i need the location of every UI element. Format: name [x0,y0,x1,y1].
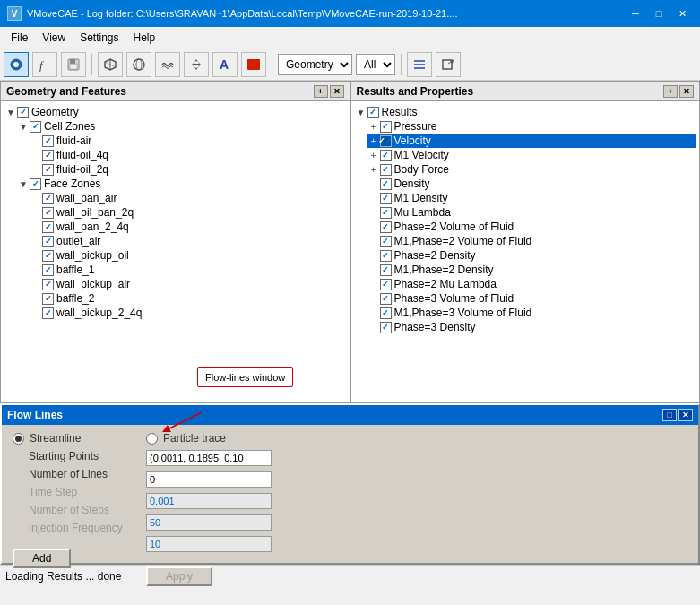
checkbox-phase3-vof[interactable] [380,293,392,305]
menu-help[interactable]: Help [126,30,163,46]
maximize-button[interactable]: □ [648,4,670,23]
tree-item-wall-pan-2-4q[interactable]: wall_pan_2_4q [30,220,346,234]
checkbox-results[interactable] [367,107,379,118]
all-dropdown[interactable]: All [356,54,395,75]
checkbox-wall-pickup-2-4q[interactable] [42,307,54,319]
tree-item-fluid-air[interactable]: fluid-air [30,134,346,148]
checkbox-phase3-density[interactable] [380,322,392,333]
checkbox-m1-phase2-vof[interactable] [380,236,392,247]
right-panel-expand[interactable]: + [663,85,678,98]
tree-item-pressure[interactable]: + Pressure [367,119,696,134]
checkbox-wall-oil-pan-2q[interactable] [42,207,54,219]
expander-results[interactable]: ▼ [355,106,367,118]
lines-button[interactable] [407,52,432,77]
checkbox-wall-pan-air[interactable] [42,193,54,204]
tree-item-m1-phase2-density[interactable]: M1,Phase=2 Density [367,263,696,277]
checkbox-wall-pickup-oil[interactable] [42,250,54,262]
expander-face-zones[interactable]: ▼ [17,177,30,190]
tree-item-cell-zones[interactable]: ▼ Cell Zones [17,119,346,134]
tree-item-phase2-vof[interactable]: Phase=2 Volume of Fluid [367,220,696,234]
checkbox-baffle-2[interactable] [42,293,54,305]
tree-item-phase3-vof[interactable]: Phase=3 Volume of Fluid [367,291,696,306]
streamline-radio[interactable] [13,433,24,445]
tree-item-fluid-oil-4q[interactable]: fluid-oil_4q [30,148,346,162]
add-button[interactable]: Add [13,549,71,568]
tree-item-m1-phase3-vof[interactable]: M1,Phase=3 Volume of Fluid [367,306,696,320]
number-of-steps-input[interactable] [146,514,272,531]
tree-item-wall-pickup-2-4q[interactable]: wall_pickup_2_4q [30,306,346,320]
checkbox-fluid-oil-4q[interactable] [42,150,54,161]
checkbox-m1-phase3-vof[interactable] [380,307,392,319]
checkbox-wall-pickup-air[interactable] [42,279,54,290]
number-of-lines-input[interactable] [146,471,272,488]
checkbox-cell-zones[interactable] [30,121,41,133]
geometry-dropdown[interactable]: Geometry [278,54,352,75]
checkbox-face-zones[interactable] [30,178,41,190]
export-button[interactable] [436,52,461,77]
save-button[interactable] [61,52,86,77]
palette-button[interactable] [241,52,266,77]
tree-item-mu-lambda[interactable]: Mu Lambda [367,205,696,220]
tree-item-wall-pickup-air[interactable]: wall_pickup_air [30,277,346,291]
tree-item-baffle-2[interactable]: baffle_2 [30,291,346,306]
tree-item-results[interactable]: ▼ Results [355,105,696,119]
tree-item-density[interactable]: Density [367,177,696,191]
tree-item-wall-pickup-oil[interactable]: wall_pickup_oil [30,248,346,263]
left-panel-expand[interactable]: + [314,85,328,98]
tree-item-phase3-density[interactable]: Phase=3 Density [367,320,696,334]
checkbox-outlet-air[interactable] [42,236,54,247]
expander-body-force[interactable]: + [367,163,380,176]
menu-file[interactable]: File [4,30,35,46]
tree-item-m1-phase2-vof[interactable]: M1,Phase=2 Volume of Fluid [367,234,696,248]
move-button[interactable] [184,52,209,77]
close-button[interactable]: ✕ [671,4,693,23]
tree-item-velocity[interactable]: + ✓ Velocity [367,134,696,148]
starting-points-input[interactable] [146,450,272,466]
expander-cell-zones[interactable]: ▼ [17,120,30,133]
checkbox-geometry[interactable] [17,107,29,118]
tree-item-phase2-mu-lambda[interactable]: Phase=2 Mu Lambda [367,277,696,291]
sphere-button[interactable] [126,52,151,77]
right-panel-close[interactable]: ✕ [679,85,694,98]
text-button[interactable]: A [212,52,238,77]
tree-item-m1-density[interactable]: M1 Density [367,191,696,205]
checkbox-m1-velocity[interactable] [380,150,392,161]
checkbox-m1-density[interactable] [380,193,392,204]
checkbox-baffle-1[interactable] [42,264,54,276]
cube-button[interactable] [98,52,123,77]
cursor-button[interactable]: f [32,52,57,77]
tree-item-outlet-air[interactable]: outlet_air [30,234,346,248]
checkbox-velocity[interactable]: ✓ [380,135,392,147]
checkbox-phase2-vof[interactable] [380,221,392,233]
expander-pressure[interactable]: + [367,120,380,133]
left-panel-close[interactable]: ✕ [330,85,344,98]
particle-trace-radio[interactable] [146,433,158,445]
checkbox-fluid-oil-2q[interactable] [42,164,54,176]
checkbox-density[interactable] [380,178,392,190]
tree-item-phase2-density[interactable]: Phase=2 Density [367,248,696,263]
checkbox-mu-lambda[interactable] [380,207,392,219]
flow-lines-restore[interactable]: □ [662,409,677,421]
checkbox-wall-pan-2-4q[interactable] [42,221,54,233]
home-button[interactable] [4,52,29,77]
apply-button[interactable]: Apply [146,566,212,586]
tree-item-wall-pan-air[interactable]: wall_pan_air [30,191,346,205]
expander-geometry[interactable]: ▼ [4,106,17,118]
menu-view[interactable]: View [35,30,73,46]
tree-item-baffle-1[interactable]: baffle_1 [30,263,346,277]
expander-m1-velocity[interactable]: + [367,149,380,161]
tree-item-fluid-oil-2q[interactable]: fluid-oil_2q [30,162,346,177]
injection-frequency-input[interactable] [146,536,272,552]
menu-settings[interactable]: Settings [73,30,125,46]
minimize-button[interactable]: ─ [625,4,646,23]
checkbox-m1-phase2-density[interactable] [380,264,392,276]
tree-item-body-force[interactable]: + Body Force [367,162,696,177]
flow-lines-close[interactable]: ✕ [678,409,693,421]
checkbox-phase2-density[interactable] [380,250,392,262]
waves-button[interactable] [155,52,180,77]
time-step-input[interactable] [146,493,272,509]
tree-item-face-zones[interactable]: ▼ Face Zones [17,177,346,191]
tree-item-m1-velocity[interactable]: + M1 Velocity [367,148,696,162]
checkbox-body-force[interactable] [380,164,392,176]
checkbox-phase2-mu-lambda[interactable] [380,279,392,290]
